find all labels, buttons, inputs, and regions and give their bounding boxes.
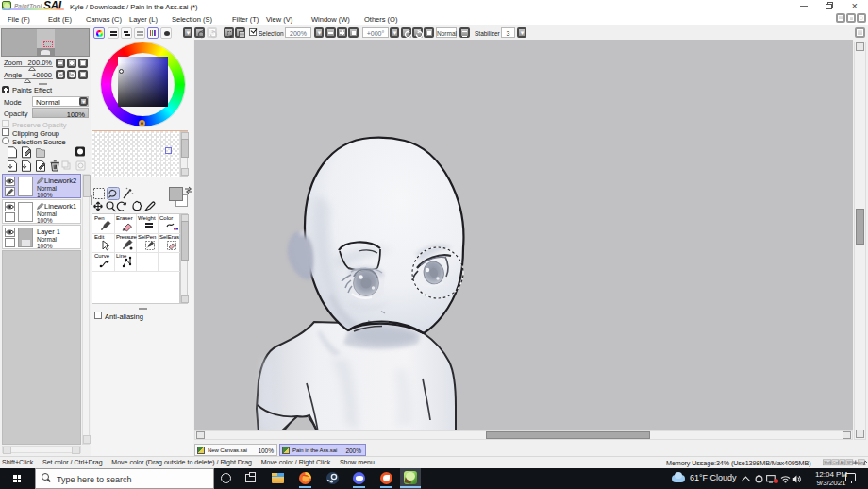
svg-text:Ctrl: Ctrl bbox=[833, 460, 839, 464]
svg-text:Shift: Shift bbox=[824, 460, 832, 464]
